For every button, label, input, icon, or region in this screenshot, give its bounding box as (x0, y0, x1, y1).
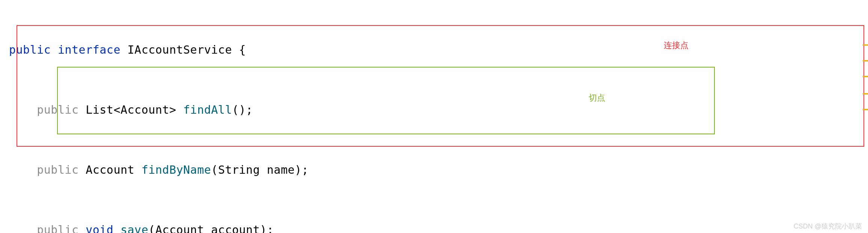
brace-open: { (239, 43, 246, 56)
warning-mark[interactable] (863, 60, 868, 62)
paren-open: ( (211, 163, 218, 176)
class-name: IAccountService (128, 43, 232, 56)
code-editor[interactable]: public interface IAccountService { publi… (0, 0, 868, 233)
keyword-public: public (9, 43, 51, 56)
return-type: List<Account> (86, 103, 176, 116)
warning-mark[interactable] (863, 109, 868, 110)
method-name: findByName (142, 163, 211, 176)
code-line-4[interactable]: public void save(Account account); (0, 219, 868, 233)
keyword-public: public (37, 163, 78, 176)
keyword-void: void (86, 223, 113, 233)
warning-mark[interactable] (863, 93, 868, 95)
code-line-2[interactable]: public List<Account> findAll(); (0, 99, 868, 120)
param-name: account (211, 223, 260, 233)
return-type: Account (86, 163, 134, 176)
method-name: findAll (183, 103, 232, 116)
code-line-1[interactable]: public interface IAccountService { (0, 39, 868, 60)
editor-gutter-marks (863, 0, 868, 233)
param-name: name (267, 163, 295, 176)
paren-open: ( (148, 223, 155, 233)
warning-mark[interactable] (863, 76, 868, 77)
keyword-public: public (37, 103, 78, 116)
paren-close: ); (295, 163, 309, 176)
param-type: String (218, 163, 260, 176)
param-type: Account (155, 223, 204, 233)
code-line-3[interactable]: public Account findByName(String name); (0, 159, 868, 180)
keyword-interface: interface (58, 43, 121, 56)
params: (); (232, 103, 253, 116)
warning-mark[interactable] (863, 44, 868, 46)
paren-close: ); (260, 223, 274, 233)
keyword-public: public (37, 223, 78, 233)
method-name: save (121, 223, 148, 233)
